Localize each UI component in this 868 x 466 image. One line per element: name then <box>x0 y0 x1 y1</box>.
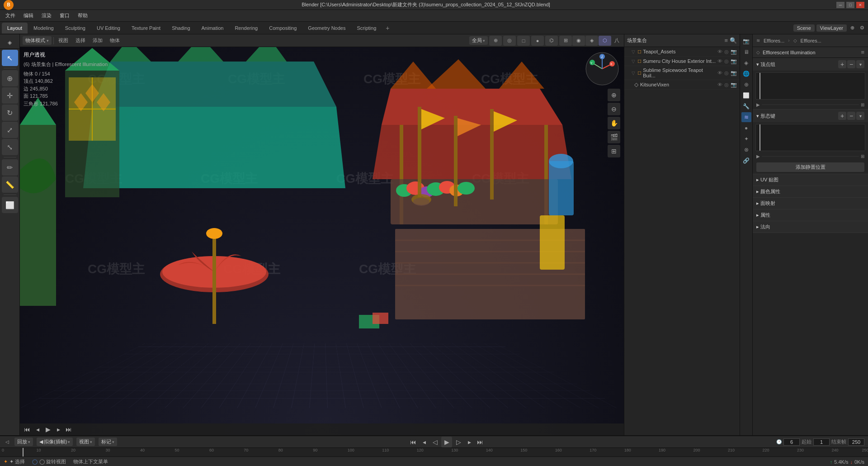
sk-play-icon[interactable]: ▶ <box>756 154 760 159</box>
solid-mode[interactable]: ◉ <box>572 36 585 46</box>
viewport-gizmo[interactable]: □ <box>517 36 530 46</box>
outline-item-sumeru-city[interactable]: ▽ □ Sumeru City House Exterior Int... 👁 … <box>624 57 740 66</box>
cursor-icon-sumeru[interactable]: ◎ <box>724 58 729 64</box>
constraints-props-icon[interactable]: 🔗 <box>741 156 751 166</box>
prev-keyframe-btn[interactable]: ⏮ <box>23 425 32 434</box>
sk-options-icon[interactable]: ⊞ <box>861 154 864 159</box>
menu-item-help[interactable]: 帮助 <box>74 11 91 20</box>
xray-toggle[interactable]: ⌬ <box>545 36 558 46</box>
maximize-button[interactable]: □ <box>846 2 854 8</box>
tab-scripting[interactable]: Scripting <box>351 23 382 33</box>
next-keyframe-btn[interactable]: ⏭ <box>64 425 73 434</box>
snap-toggle[interactable]: ⊕ <box>489 36 502 46</box>
tab-modeling[interactable]: Modeling <box>28 23 59 33</box>
view-menu[interactable]: 视图 <box>56 36 71 45</box>
cursor-icon-sublime[interactable]: ◎ <box>724 70 729 76</box>
add-menu[interactable]: 添加 <box>90 36 105 45</box>
output-props-icon[interactable]: 🖥 <box>741 47 751 57</box>
end-frame-input[interactable] <box>848 438 864 446</box>
eye-icon-sumeru[interactable]: 👁 <box>717 58 722 64</box>
lookdev-mode[interactable]: ◈ <box>585 36 598 46</box>
tab-animation[interactable]: Animation <box>196 23 229 33</box>
modifiers-icon[interactable]: 🔧 <box>741 101 751 111</box>
tool-cursor[interactable]: ⊕ <box>2 70 18 86</box>
cursor-icon-teapot[interactable]: ◎ <box>724 49 729 55</box>
zoom-in-button[interactable]: ⊕ <box>608 89 620 101</box>
render-icon-kitsune[interactable]: 📷 <box>731 82 737 88</box>
uv-maps-toggle[interactable]: ▸ UV 贴图 <box>753 174 868 185</box>
object-props-icon[interactable]: ⬜ <box>741 90 751 100</box>
tool-scale[interactable]: ⤢ <box>2 122 18 138</box>
data-props-icon[interactable]: ≋ <box>741 112 751 122</box>
tab-sculpting[interactable]: Sculpting <box>60 23 91 33</box>
render-icon-teapot[interactable]: 📷 <box>731 49 737 55</box>
view-dropdown[interactable]: 视图▾ <box>76 437 95 446</box>
viewport-extra-icon[interactable]: 八 <box>613 36 621 45</box>
filter-icon[interactable]: ≡ <box>724 37 728 44</box>
play-btn[interactable]: ▶ <box>43 425 52 434</box>
modifier-options-btn[interactable]: ≡ <box>861 49 864 56</box>
tl-first-frame-btn[interactable]: ⏮ <box>409 437 418 447</box>
vg-options-btn[interactable]: ▾ <box>856 60 864 68</box>
tl-next-keyframe-btn[interactable]: ▸ <box>465 437 474 447</box>
tool-move[interactable]: ✛ <box>2 87 18 104</box>
outline-item-teapot-assets[interactable]: ▽ □ Teapot_Assets 👁 ◎ 📷 <box>624 47 740 57</box>
menu-item-file[interactable]: 文件 <box>2 11 19 20</box>
add-workspace-button[interactable]: + <box>382 23 393 33</box>
rendered-mode[interactable]: ⬡ <box>599 36 611 46</box>
tab-compositing[interactable]: Compositing <box>264 23 302 33</box>
eye-icon-sublime[interactable]: 👁 <box>717 70 722 76</box>
tab-texture-paint[interactable]: Texture Paint <box>126 23 166 33</box>
outline-item-sublime-spice[interactable]: ▽ □ Sublime Spicewood Teapot Buil... 👁 ◎… <box>624 66 740 80</box>
render-icon-sublime[interactable]: 📷 <box>731 70 737 76</box>
color-attrs-toggle[interactable]: ▸ 颜色属性 <box>753 186 868 197</box>
start-frame-input[interactable] <box>813 438 830 446</box>
tab-uv-editing[interactable]: UV Editing <box>91 23 126 33</box>
add-rest-position-btn[interactable]: 添加静置位置 <box>756 162 864 172</box>
eye-icon-teapot[interactable]: 👁 <box>717 49 722 55</box>
next-frame-btn[interactable]: ▸ <box>54 425 63 434</box>
vg-options-icon[interactable]: ⊞ <box>861 102 864 107</box>
global-toggle[interactable]: 全局▾ <box>469 36 488 45</box>
interpolation-dropdown[interactable]: ◀拟像(插帧)▾ <box>37 437 73 446</box>
object-menu[interactable]: 物体 <box>107 36 123 45</box>
add-vertex-group-btn[interactable]: + <box>838 60 846 68</box>
tab-shading[interactable]: Shading <box>166 23 195 33</box>
tab-geometry-nodes[interactable]: Geometry Nodes <box>302 23 351 33</box>
select-menu[interactable]: 选择 <box>73 36 88 45</box>
shape-keys-toggle[interactable]: ▾ 形态键 + − ▾ <box>753 109 868 122</box>
scene-props-icon[interactable]: 🌐 <box>741 69 751 79</box>
tool-measure[interactable]: 📏 <box>2 176 18 193</box>
add-shape-key-btn[interactable]: + <box>838 112 846 120</box>
particle-props-icon[interactable]: ✦ <box>741 134 751 144</box>
tool-annotate[interactable]: ✏ <box>2 159 18 176</box>
render-engine-icon[interactable]: ⊕ <box>849 24 856 32</box>
tl-prev-frame-btn[interactable]: ◁ <box>430 437 439 447</box>
markers-dropdown[interactable]: 标记▾ <box>99 437 117 446</box>
cursor-icon-kitsune[interactable]: ◎ <box>724 82 729 88</box>
tl-next-frame-btn[interactable]: ▷ <box>454 437 463 447</box>
breadcrumb-1[interactable]: Efflores... <box>764 38 784 43</box>
tab-rendering[interactable]: Rendering <box>229 23 263 33</box>
normals-toggle[interactable]: ▸ 法向 <box>753 221 868 233</box>
tool-add-cube[interactable]: ⬜ <box>2 197 18 213</box>
physics-props-icon[interactable]: ⊗ <box>741 145 751 155</box>
grid-view-button[interactable]: ⊞ <box>608 145 620 157</box>
tl-last-frame-btn[interactable]: ⏭ <box>476 437 485 447</box>
viewport-3d[interactable]: 物体模式 ▾ 视图 选择 添加 物体 全局▾ ⊕ ◎ □ ● ⌬ ⊞ ◉ <box>20 34 624 435</box>
tool-transform[interactable]: ⤡ <box>2 139 18 155</box>
zoom-out-button[interactable]: ⊖ <box>608 103 620 115</box>
vg-play-icon[interactable]: ▶ <box>756 102 760 107</box>
minimize-button[interactable]: ─ <box>836 2 844 8</box>
render-props-icon[interactable]: 📷 <box>741 36 751 46</box>
blender-logo[interactable]: B <box>4 0 14 10</box>
render-icon-sumeru[interactable]: 📷 <box>731 58 737 64</box>
proportional-edit[interactable]: ◎ <box>503 36 516 46</box>
sk-options-btn[interactable]: ▾ <box>856 112 864 120</box>
scene-dropdown[interactable]: Scene <box>793 24 815 32</box>
tab-layout[interactable]: Layout <box>2 23 28 33</box>
toolbar-collapse[interactable]: ◈ <box>0 36 19 49</box>
camera-view-button[interactable]: 🎬 <box>608 131 620 143</box>
eye-icon-kitsune[interactable]: 👁 <box>717 82 722 88</box>
tool-select[interactable]: ↖ <box>2 50 18 66</box>
